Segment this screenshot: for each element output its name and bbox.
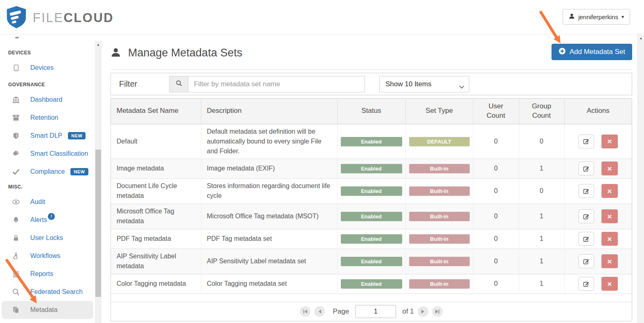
sidebar-item-metadata[interactable]: Metadata: [2, 301, 93, 319]
sidebar-section-governance: GOVERNANCE: [8, 79, 95, 91]
sidebar-item-audit[interactable]: Audit: [0, 193, 95, 211]
filter-panel: Filter Show 10 Items: [110, 73, 632, 95]
sidebar-item-federated-search[interactable]: Federated Search: [0, 283, 95, 301]
metadata-sets-table-container: Metadata Set Name Description Status Set…: [110, 98, 632, 321]
sidebar-item-alerts[interactable]: Alerts !: [0, 211, 95, 229]
column-header-description: Description: [201, 99, 337, 124]
copy-pages-icon: [11, 306, 20, 314]
sidebar-item-workflows[interactable]: Workflows: [0, 247, 95, 265]
status-badge: Enabled: [341, 186, 402, 196]
heading-divider: [110, 69, 632, 70]
page-number-input[interactable]: [355, 305, 396, 318]
sidebar-item-label: User Locks: [30, 234, 63, 242]
user-menu-button[interactable]: jenniferperkins ▾: [563, 9, 630, 25]
metadata-sets-table: Metadata Set Name Description Status Set…: [111, 99, 632, 294]
sidebar-scrollbar[interactable]: ▲: [95, 41, 101, 323]
previous-page-button[interactable]: [314, 306, 325, 317]
sidebar-item-retention[interactable]: Retention: [0, 109, 95, 127]
column-header-actions: Actions: [564, 99, 632, 124]
show-items-select[interactable]: Show 10 Items: [379, 76, 469, 92]
set-type-badge: DEFAULT: [409, 137, 470, 146]
device-icon: [11, 64, 20, 72]
person-icon: [110, 47, 121, 59]
delete-button[interactable]: ×: [601, 254, 618, 268]
show-items-select-wrap: Show 10 Items: [379, 76, 469, 92]
filter-search-input[interactable]: [188, 76, 365, 92]
sidebar-item-smart-classification[interactable]: Smart Classification: [0, 145, 95, 163]
edit-button[interactable]: [579, 254, 594, 268]
scroll-up-arrow-icon[interactable]: ▲: [638, 34, 644, 42]
edit-button[interactable]: [579, 184, 594, 198]
status-badge: Enabled: [341, 164, 402, 173]
delete-button[interactable]: ×: [601, 232, 618, 246]
logo-text-cloud: CLOUD: [63, 11, 114, 25]
delete-button[interactable]: ×: [601, 209, 618, 223]
add-metadata-set-button[interactable]: Add Metadata Set: [552, 44, 632, 60]
set-type-badge: Built-in: [409, 186, 470, 196]
table-row: Default Default metadata set definition …: [111, 124, 632, 159]
sidebar-scrollbar-thumb[interactable]: [95, 150, 101, 297]
scrolled-item-fragment: [15, 37, 19, 38]
sidebar-item-smart-dlp[interactable]: Smart DLP NEW: [0, 127, 95, 145]
cell-name: AIP Sensitivity Label metadata: [111, 249, 201, 274]
cell-name: Image metadata: [111, 159, 201, 178]
user-name-label: jenniferperkins: [578, 13, 618, 20]
sidebar-item-devices[interactable]: Devices: [0, 59, 95, 77]
sidebar-item-label: Retention: [30, 114, 59, 121]
column-header-name: Metadata Set Name: [111, 99, 201, 124]
edit-button[interactable]: [579, 135, 594, 148]
sidebar-item-reports[interactable]: Reports: [0, 265, 95, 283]
status-badge: Enabled: [341, 234, 402, 244]
filter-input-group: [169, 76, 365, 92]
cell-user-count: 0: [473, 204, 519, 229]
sidebar-item-dashboard[interactable]: Dashboard: [0, 91, 95, 109]
cell-description: Default metadata set definition will be …: [201, 124, 337, 159]
status-badge: Enabled: [341, 279, 402, 289]
sidebar-item-compliance[interactable]: Compliance NEW: [0, 163, 95, 181]
cell-user-count: 0: [473, 159, 519, 178]
page-of-label: of 1: [402, 307, 414, 316]
delete-button[interactable]: ×: [601, 277, 618, 291]
edit-button[interactable]: [579, 162, 594, 175]
status-badge: Enabled: [341, 137, 402, 146]
edit-button[interactable]: [579, 232, 594, 246]
sidebar-item-label: Reports: [30, 270, 53, 278]
set-type-badge: Built-in: [409, 279, 470, 289]
cell-description: Color Tagging metadata set: [201, 274, 337, 294]
scroll-up-arrow-icon[interactable]: ▲: [95, 41, 101, 48]
set-type-badge: Built-in: [409, 234, 470, 244]
first-page-button[interactable]: [300, 306, 311, 317]
cell-group-count: 0: [519, 124, 564, 159]
sidebar-item-user-locks[interactable]: User Locks: [0, 229, 95, 247]
edit-button[interactable]: [579, 277, 594, 291]
cell-group-count: 1: [519, 274, 564, 294]
table-row: PDF Tag metadata PDF Tag metadata set En…: [111, 229, 632, 249]
plus-circle-icon: [558, 47, 566, 57]
column-header-status: Status: [337, 99, 405, 124]
table-row: Microsoft Office Tag metadata Microsoft …: [111, 204, 632, 229]
edit-button[interactable]: [579, 209, 594, 223]
delete-button[interactable]: ×: [601, 184, 618, 198]
next-page-button[interactable]: [418, 306, 428, 317]
last-page-button[interactable]: [432, 306, 443, 317]
alerts-count-badge: !: [48, 213, 55, 220]
table-header-row: Metadata Set Name Description Status Set…: [111, 99, 632, 124]
table-row: AIP Sensitivity Label metadata AIP Sensi…: [111, 249, 632, 274]
sidebar-section-misc: MISC.: [8, 181, 95, 193]
cell-name: Microsoft Office Tag metadata: [111, 204, 201, 229]
page-scrollbar[interactable]: ▲: [637, 34, 644, 323]
delete-button[interactable]: ×: [601, 135, 618, 148]
delete-button[interactable]: ×: [601, 162, 618, 175]
filecloud-logo: FILECLOUD: [6, 5, 114, 31]
sidebar-section-devices: DEVICES: [8, 47, 95, 59]
cell-user-count: 0: [473, 124, 519, 159]
table-row: Image metadata Image metadata (EXIF) Ena…: [111, 159, 632, 178]
main-content: Manage Metadata Sets Add Metadata Set Fi…: [101, 34, 637, 323]
new-badge: NEW: [68, 132, 86, 139]
cell-name: Default: [111, 124, 201, 159]
set-type-badge: Built-in: [409, 164, 470, 173]
status-badge: Enabled: [341, 212, 402, 221]
sidebar-item-label: Compliance: [30, 168, 65, 175]
cell-description: PDF Tag metadata set: [201, 229, 337, 249]
cell-description: Image metadata (EXIF): [201, 159, 337, 178]
